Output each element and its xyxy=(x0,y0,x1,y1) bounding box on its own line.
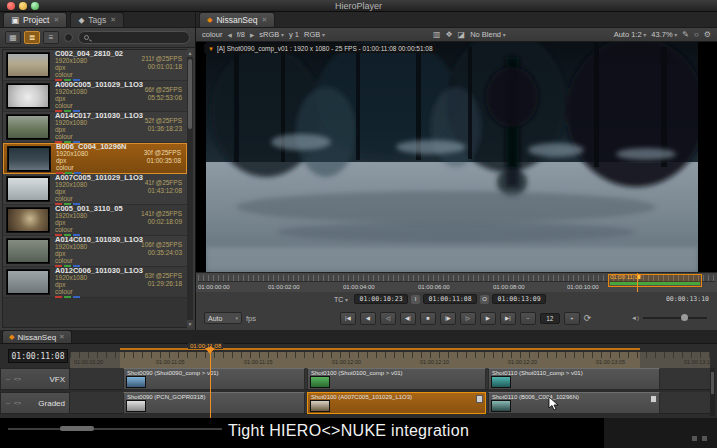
track-lane-graded[interactable]: Shot0090 (PCN_GOPR0318) Shot0100 (A007C0… xyxy=(70,392,710,414)
list-item-selected[interactable]: B006_C004_10296N 1920x1080 dpx colour 30… xyxy=(3,143,187,174)
list-item[interactable]: A012C006_101030_L1O3 1920x1080 dpx colou… xyxy=(3,267,187,298)
track-sync-icon[interactable]: ⇔ xyxy=(5,400,11,406)
timeline-clip[interactable]: Shot0110 (B006_C004_10296N) xyxy=(488,392,660,414)
track-sync-icon[interactable]: ⇔ xyxy=(5,376,11,382)
close-icon[interactable]: ✕ xyxy=(54,16,60,24)
gain-value[interactable]: f/8 xyxy=(237,30,245,39)
step-back-button[interactable]: ◁ xyxy=(380,312,396,325)
timeline-scrollbar[interactable] xyxy=(710,368,715,416)
filter-dropdown[interactable] xyxy=(64,33,73,42)
out-point-field[interactable]: 01:00:13:09 xyxy=(492,294,546,304)
clip-timecode: 01:43:12:08 xyxy=(145,187,182,195)
timeline-clip-selected[interactable]: Shot0100 (A007C005_101029_L1O3) xyxy=(307,392,486,414)
annotate-icon[interactable]: ✎ xyxy=(682,30,689,39)
zoom-out-button[interactable] xyxy=(692,436,697,441)
gamma-value[interactable]: y 1 xyxy=(289,30,299,39)
soft-effect-badge[interactable] xyxy=(650,395,657,403)
frame-increment-field[interactable]: 12 xyxy=(540,313,560,324)
tab-timeline-nissanseq[interactable]: ◆ NissanSeq ✕ xyxy=(2,330,72,343)
play-backward-button[interactable]: ◀ xyxy=(360,312,376,325)
proxy-dropdown[interactable]: Auto 1:2 xyxy=(614,30,647,39)
track-output-icon[interactable]: <> xyxy=(14,376,21,382)
list-item[interactable]: A014C010_101030_L1O3 1920x1080 dpx colou… xyxy=(3,236,187,267)
timeline-current-tc[interactable]: 01:00:11:08 xyxy=(8,349,68,363)
project-icon: ▣ xyxy=(11,15,19,25)
tab-project[interactable]: ▣ Project ✕ xyxy=(3,12,67,27)
list-item[interactable]: C005_001_3110_05 1920x1080 dpx colour 14… xyxy=(3,205,187,236)
track-output-icon[interactable]: <> xyxy=(14,400,21,406)
list-item[interactable]: A014C017_101030_L1O3 1920x1080 dpx colou… xyxy=(3,112,187,143)
increment-button[interactable]: + xyxy=(564,312,580,325)
bin-view-toolbar: ▦ ≣ ≡ xyxy=(0,28,195,48)
viewer-panel: ◆ NissanSeq ✕ colour ◀ f/8 ▶ sRGB y 1 RG… xyxy=(196,12,717,330)
close-icon[interactable]: ✕ xyxy=(110,16,116,24)
timeline-ruler[interactable]: 01:00:10:20 01:00:11:05 01:00:11:15 01:0… xyxy=(70,352,710,368)
roi-icon[interactable]: ○ xyxy=(694,30,699,39)
list-item[interactable]: A000C005_101029_L1O3 1920x1080 dpx colou… xyxy=(3,81,187,112)
in-point-field[interactable]: 01:00:10:23 xyxy=(354,294,408,304)
viewer-scrubber[interactable]: 01:00:00:00 01:00:02:00 01:00:04:00 01:0… xyxy=(196,272,717,292)
track-name: VFX xyxy=(24,375,65,384)
timeline-clip[interactable]: Shot0090 (Shot0090_comp > v01) xyxy=(123,368,305,390)
mask-icon[interactable]: ◪ xyxy=(458,30,466,39)
tab-tags[interactable]: ⬥ Tags ✕ xyxy=(70,12,124,27)
clip-timecode: 00:35:24:03 xyxy=(141,249,182,257)
track-header-graded[interactable]: ⇔ <> Graded xyxy=(0,392,70,414)
transport-bar: Auto ▾ fps |◀ ◀ ◁ ◀| ■ |▶ ▷ ▶ ▶| − 12 + … xyxy=(196,306,717,330)
volume-slider[interactable] xyxy=(643,317,707,319)
caption-text: Tight HIERO<>NUKE integration xyxy=(228,422,469,440)
search-input[interactable] xyxy=(78,31,190,44)
timeline-panel: ◆ NissanSeq ✕ 01:00:11:08 01:00:11:08 01… xyxy=(0,330,717,418)
project-tab-bar: ▣ Project ✕ ⬥ Tags ✕ xyxy=(0,12,195,28)
timeline-clip[interactable]: Shot0110 (Shot0110_comp > v01) xyxy=(488,368,660,390)
gain-down-icon[interactable]: ◀ xyxy=(227,32,231,38)
timeline-zoom-slider[interactable] xyxy=(8,428,222,430)
go-to-start-button[interactable]: |◀ xyxy=(340,312,356,325)
tc-mode-dropdown[interactable]: TC xyxy=(334,296,348,303)
list-item[interactable]: C002_004_2810_02 1920x1080 dpx colour 21… xyxy=(3,50,187,81)
out-badge[interactable]: O xyxy=(480,295,489,304)
prev-frame-button[interactable]: ◀| xyxy=(400,312,416,325)
timeline-tab-bar: ◆ NissanSeq ✕ xyxy=(0,330,717,344)
step-forward-button[interactable]: ▷ xyxy=(460,312,476,325)
input-select-icon[interactable]: ▼ xyxy=(208,46,214,52)
fps-label: fps xyxy=(246,314,256,323)
histogram-icon[interactable]: ▥ xyxy=(433,30,441,39)
blend-dropdown[interactable]: No Blend xyxy=(470,30,506,39)
detail-view-button[interactable]: ≡ xyxy=(43,31,59,44)
play-forward-button[interactable]: ▶ xyxy=(480,312,496,325)
timeline-clip[interactable]: Shot0090 (PCN_GOPR0318) xyxy=(123,392,305,414)
timeline-clip[interactable]: Shot0100 (Shot0100_comp > v01) xyxy=(307,368,486,390)
tab-viewer-nissanseq[interactable]: ◆ NissanSeq ✕ xyxy=(199,12,275,27)
clip-timecode: 05:52:53:06 xyxy=(145,94,182,102)
zoom-level-dropdown[interactable]: 43.7% xyxy=(651,30,677,39)
zoom-in-button[interactable] xyxy=(702,436,707,441)
close-icon[interactable]: ✕ xyxy=(262,16,268,24)
list-item[interactable]: A007C005_101029_L1O3 1920x1080 dpx colou… xyxy=(3,174,187,205)
scroll-down-icon[interactable]: ▼ xyxy=(187,320,193,328)
channels-dropdown[interactable]: RGB xyxy=(304,30,325,39)
clip-list-scrollbar[interactable]: ▲ ▼ xyxy=(187,49,193,328)
close-icon[interactable]: ✕ xyxy=(59,333,65,341)
decrement-button[interactable]: − xyxy=(520,312,536,325)
viewer-viewport[interactable]: ▼ [A] Shot0090_comp_v01 : 1920 x 1080 - … xyxy=(196,42,717,272)
timeline-playhead[interactable] xyxy=(210,346,211,418)
grid-view-button[interactable]: ▦ xyxy=(5,31,21,44)
loop-icon[interactable]: ⟳ xyxy=(584,313,592,323)
track-lane-vfx[interactable]: Shot0090 (Shot0090_comp > v01) Shot0100 … xyxy=(70,368,710,390)
list-view-button[interactable]: ≣ xyxy=(24,31,40,44)
soft-effect-badge[interactable] xyxy=(476,395,483,403)
track-header-vfx[interactable]: ⇔ <> VFX xyxy=(0,368,70,390)
scroll-up-icon[interactable]: ▲ xyxy=(187,49,193,57)
layers-icon[interactable]: ❖ xyxy=(445,30,452,39)
gain-up-icon[interactable]: ▶ xyxy=(250,32,254,38)
stop-button[interactable]: ■ xyxy=(420,312,436,325)
gear-icon[interactable]: ⚙ xyxy=(704,30,711,39)
go-to-end-button[interactable]: ▶| xyxy=(500,312,516,325)
lut-dropdown[interactable]: sRGB xyxy=(259,30,284,39)
next-frame-button[interactable]: |▶ xyxy=(440,312,456,325)
current-tc-field[interactable]: 01:00:11:08 xyxy=(423,294,477,304)
in-badge[interactable]: I xyxy=(411,295,420,304)
fps-dropdown[interactable]: Auto ▾ xyxy=(204,312,242,324)
volume-control[interactable]: ◄) xyxy=(631,315,707,321)
